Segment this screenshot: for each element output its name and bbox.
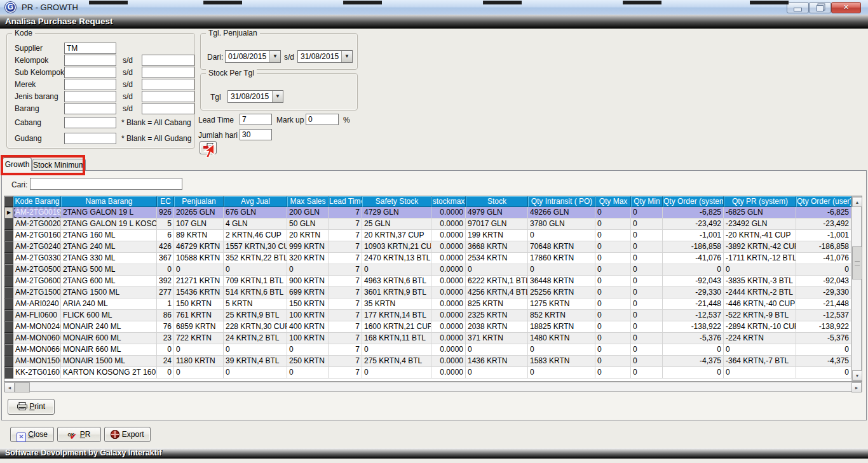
grid-cell[interactable]: 168 KRTN,11 BTL <box>362 333 431 344</box>
grid-cell[interactable]: 49266 GLN <box>528 207 595 218</box>
grid-cell[interactable]: 0 <box>595 356 631 367</box>
pr-button[interactable]: OK✔ PR <box>57 427 101 442</box>
grid-cell[interactable]: AM-2TG1500 <box>13 287 61 299</box>
field-input-supplier[interactable] <box>64 43 116 54</box>
grid-cell[interactable]: 0.0000 <box>431 218 466 230</box>
grid-cell[interactable]: 0 <box>466 344 528 356</box>
field-input-barang[interactable] <box>64 103 116 114</box>
grid-cell[interactable]: 1557 KRTN,30 CUP <box>224 241 287 253</box>
grid-cell[interactable]: -186,858 <box>663 241 724 253</box>
grid-cell[interactable]: 0 <box>157 367 174 379</box>
tgl-dropdown-icon[interactable]: ▼ <box>272 91 283 102</box>
grid-cell[interactable]: 852 KRTN <box>528 310 595 321</box>
export-button[interactable]: Export <box>104 427 151 442</box>
grid-cell[interactable]: 0 <box>631 253 663 264</box>
row-selector[interactable] <box>4 299 13 310</box>
grid-cell[interactable]: 0.0000 <box>431 310 466 321</box>
grid-cell[interactable]: 10588 KRTN <box>174 253 224 264</box>
grid-cell[interactable]: AM-2TG0019 <box>13 207 61 218</box>
grid-cell[interactable]: 7 <box>329 218 362 230</box>
grid-cell[interactable]: 2TANG 160 ML <box>61 230 157 241</box>
grid-cell[interactable]: -138,922 <box>796 321 851 333</box>
grid-cell[interactable]: 0 <box>631 310 663 321</box>
scroll-up-icon[interactable]: ▲ <box>852 197 862 207</box>
grid-cell[interactable]: -20 KRTN,-41 CUP <box>724 230 796 241</box>
grid-cell[interactable]: 0 <box>362 264 431 276</box>
grid-cell[interactable]: -23,492 <box>663 218 724 230</box>
horizontal-scrollbar[interactable]: ◄ ► <box>4 382 862 392</box>
grid-cell[interactable]: 250 KRTN <box>287 356 329 367</box>
grid-cell[interactable]: 0 <box>595 218 631 230</box>
search-input[interactable] <box>30 178 182 190</box>
grid-cell[interactable]: 0 <box>595 333 631 344</box>
grid-cell[interactable]: 200 GLN <box>287 207 329 218</box>
grid-cell[interactable]: 2TANG 600 ML <box>61 276 157 287</box>
grid-cell[interactable]: 4256 KRTN,4 BTL <box>466 287 528 299</box>
close-window-button[interactable]: ✕ <box>831 2 861 13</box>
grid-cell[interactable]: 24 KRTN,2 BTL <box>224 333 287 344</box>
grid-cell[interactable]: 0 <box>287 367 329 379</box>
grid-header-cell[interactable]: Avg Jual <box>224 196 287 207</box>
grid-cell[interactable]: 25 KRTN,9 BTL <box>224 310 287 321</box>
field-input-barang-to[interactable] <box>142 103 194 114</box>
grid-cell[interactable]: 0 <box>663 264 724 276</box>
grid-cell[interactable]: 367 <box>157 253 174 264</box>
row-selector[interactable] <box>4 276 13 287</box>
grid-cell[interactable]: 0 <box>663 344 724 356</box>
grid-cell[interactable]: KARTON KOSONG 2T 160 ML <box>61 367 157 379</box>
grid-cell[interactable]: 228 KRTN,30 CUP <box>224 321 287 333</box>
grid-cell[interactable]: -1,001 <box>796 230 851 241</box>
grid-cell[interactable]: 97017 GLN <box>466 218 528 230</box>
grid-cell[interactable]: 0 <box>595 299 631 310</box>
grid-cell[interactable]: AM-MON0600 <box>13 333 61 344</box>
grid-cell[interactable]: 0 <box>287 344 329 356</box>
grid-cell[interactable]: FLICK 600 ML <box>61 310 157 321</box>
grid-cell[interactable]: 7 <box>329 299 362 310</box>
grid-header-cell[interactable]: Safety Stock <box>362 196 431 207</box>
grid-cell[interactable]: 6 <box>157 230 174 241</box>
grid-cell[interactable]: MONAIR 240 ML <box>61 321 157 333</box>
field-input-merek[interactable] <box>64 79 116 90</box>
grid-cell[interactable]: -12,537 <box>663 310 724 321</box>
grid-cell[interactable]: 0 <box>595 321 631 333</box>
grid-cell[interactable]: 15436 KRTN <box>174 287 224 299</box>
grid-cell[interactable]: 3780 GLN <box>528 218 595 230</box>
grid-cell[interactable]: -2444 KRTN,-2 BTL <box>724 287 796 299</box>
grid-cell[interactable]: 709 KRTN,1 BTL <box>224 276 287 287</box>
mark-up-input[interactable] <box>306 114 339 125</box>
grid-cell[interactable]: 2TANG 1500 ML <box>61 287 157 299</box>
grid-header-cell[interactable]: Nama Barang <box>61 196 157 207</box>
grid-cell[interactable]: 2470 KRTN,13 BTL <box>362 253 431 264</box>
grid-cell[interactable]: 0 <box>595 253 631 264</box>
row-selector[interactable] <box>4 218 13 230</box>
grid-cell[interactable]: 0 <box>663 367 724 379</box>
grid-cell[interactable]: 0 <box>631 207 663 218</box>
grid-cell[interactable]: -41,076 <box>796 253 851 264</box>
grid-cell[interactable]: 900 KRTN <box>287 276 329 287</box>
grid-cell[interactable]: AM-ARI0240 <box>13 299 61 310</box>
grid-cell[interactable]: 0 <box>631 287 663 299</box>
grid-cell[interactable]: 35 KRTN <box>362 299 431 310</box>
grid-cell[interactable]: 7 <box>329 207 362 218</box>
grid-cell[interactable]: 0.0000 <box>431 333 466 344</box>
grid-cell[interactable]: 46729 KRTN <box>174 241 224 253</box>
grid-cell[interactable]: AM-2TG0020 <box>13 218 61 230</box>
dari-date-input[interactable] <box>226 51 274 62</box>
grid-cell[interactable]: MONAIR 1500 ML <box>61 356 157 367</box>
grid-cell[interactable]: 7 <box>329 310 362 321</box>
grid-cell[interactable]: 0 <box>595 207 631 218</box>
grid-cell[interactable]: 0.0000 <box>431 356 466 367</box>
grid-cell[interactable]: 825 KRTN <box>466 299 528 310</box>
grid-cell[interactable]: 2TANG 330 ML <box>61 253 157 264</box>
grid-cell[interactable]: 320 KRTN <box>287 253 329 264</box>
grid-cell[interactable]: 7 <box>329 321 362 333</box>
grid-cell[interactable]: -29,330 <box>796 287 851 299</box>
grid-cell[interactable]: -21,448 <box>663 299 724 310</box>
grid-cell[interactable]: 2 KRTN,46 CUP <box>224 230 287 241</box>
dari-dropdown-icon[interactable]: ▼ <box>269 51 280 62</box>
grid-cell[interactable]: 7 <box>329 356 362 367</box>
grid-cell[interactable]: 0.0000 <box>431 230 466 241</box>
grid-cell[interactable]: 1600 KRTN,21 CUP <box>362 321 431 333</box>
grid-cell[interactable]: -522 KRTN,-9 BTL <box>724 310 796 321</box>
grid-cell[interactable]: 371 KRTN <box>466 333 528 344</box>
